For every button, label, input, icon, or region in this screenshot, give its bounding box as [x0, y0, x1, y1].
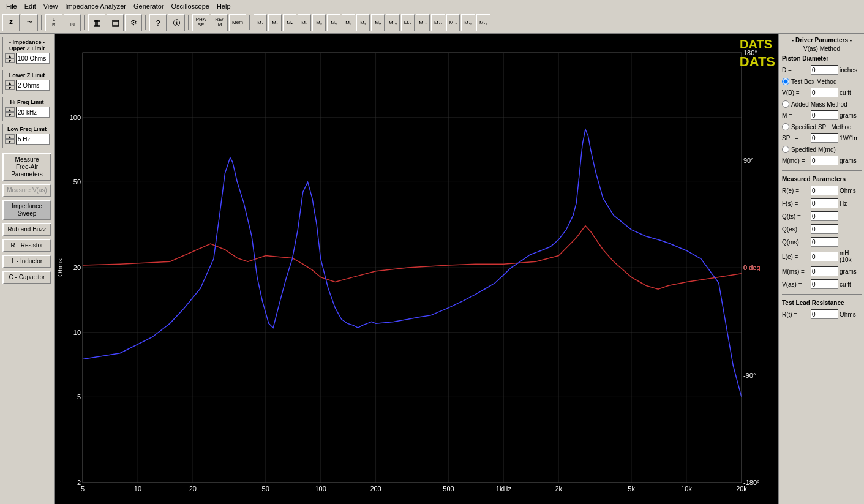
qms-input[interactable] — [811, 237, 838, 247]
mmd-input[interactable] — [811, 156, 838, 165]
spl-method-radio[interactable] — [782, 123, 789, 130]
menu-help[interactable]: Help — [213, 1, 235, 11]
toolbar-m7-btn[interactable]: M₇ — [342, 14, 355, 31]
toolbar-m6-btn[interactable]: M₆ — [327, 14, 340, 31]
toolbar-bar2-btn[interactable]: ▤ — [107, 14, 124, 31]
le-label: L(e) = — [782, 254, 810, 260]
low-freq-up[interactable]: ▲ — [5, 134, 15, 139]
measure-vas-button[interactable]: Measure V(as) — [2, 184, 51, 197]
d-input[interactable] — [811, 65, 838, 75]
mms-input[interactable] — [811, 266, 838, 276]
measure-free-air-button[interactable]: MeasureFree-AirParameters — [2, 153, 51, 181]
toolbar-m16-btn[interactable]: M₁₆ — [476, 14, 490, 31]
menu-view[interactable]: View — [40, 1, 62, 11]
main-content: - Impedance -Upper Z Limit ▲ ▼ Lower Z L… — [0, 34, 864, 504]
impedance-sweep-button[interactable]: ImpedanceSweep — [2, 200, 51, 220]
le-unit: mH (10k — [840, 250, 862, 263]
low-freq-label: Low Freq Limit — [5, 126, 49, 132]
added-mass-radio[interactable] — [782, 100, 789, 108]
toolbar-m5-btn[interactable]: M₅ — [312, 14, 326, 31]
toolbar-lr-btn[interactable]: LR — [45, 14, 62, 31]
toolbar-m11-btn[interactable]: M₁₁ — [401, 14, 415, 31]
re-input[interactable] — [811, 186, 838, 195]
toolbar-help-btn[interactable]: ? — [149, 14, 167, 31]
divider-2 — [782, 294, 862, 295]
toolbar-m12-btn[interactable]: M₁₂ — [416, 14, 430, 31]
l-inductor-button[interactable]: L - Inductor — [2, 255, 51, 268]
lower-z-spinner[interactable]: ▲ ▼ — [5, 80, 15, 90]
toolbar-mem-btn[interactable]: Mem — [229, 14, 246, 31]
upper-z-up[interactable]: ▲ — [5, 53, 15, 58]
r-resistor-button[interactable]: R - Resistor — [2, 239, 51, 252]
low-freq-down[interactable]: ▼ — [5, 139, 15, 144]
toolbar-m4-btn[interactable]: M₄ — [298, 14, 311, 31]
toolbar-z-btn[interactable]: Z — [2, 14, 20, 31]
le-input[interactable] — [811, 252, 838, 261]
toolbar-m9-btn[interactable]: M₉ — [371, 14, 385, 31]
left-sidebar: - Impedance -Upper Z Limit ▲ ▼ Lower Z L… — [0, 34, 55, 504]
toolbar-m3-btn[interactable]: M₃ — [283, 14, 296, 31]
piston-diameter-label: Piston Diameter — [782, 55, 862, 62]
added-mass-label: Added Mass Method — [791, 101, 847, 108]
upper-z-down[interactable]: ▼ — [5, 58, 15, 63]
menu-edit[interactable]: Edit — [21, 1, 40, 11]
spl-input[interactable] — [811, 133, 838, 143]
low-freq-input[interactable] — [16, 134, 50, 145]
test-box-radio[interactable] — [782, 78, 789, 85]
toolbar-m10-btn[interactable]: M₁₀ — [386, 14, 400, 31]
fs-row: F(s) = Hz — [782, 198, 862, 208]
toolbar-in-btn[interactable]: -IN — [64, 14, 81, 31]
toolbar-info-btn[interactable]: 🛈 — [168, 14, 185, 31]
rub-and-buzz-button[interactable]: Rub and Buzz — [2, 223, 51, 236]
qts-input[interactable] — [811, 211, 838, 221]
toolbar-m15-btn[interactable]: M₁₅ — [461, 14, 475, 31]
m-input[interactable] — [811, 110, 838, 120]
toolbar-pha-btn[interactable]: PHASE — [192, 14, 209, 31]
upper-z-input[interactable] — [16, 53, 50, 64]
menu-file[interactable]: File — [2, 1, 21, 11]
low-freq-spinner[interactable]: ▲ ▼ — [5, 134, 15, 144]
c-capacitor-button[interactable]: C - Capacitor — [2, 271, 51, 284]
toolbar: Z 〜 LR -IN ▦ ▤ ⚙ ? 🛈 PHASE RE/IM Mem M₁ … — [0, 12, 864, 34]
toolbar-re-btn[interactable]: RE/IM — [211, 14, 228, 31]
lower-z-row: ▲ ▼ — [5, 80, 49, 91]
toolbar-m1-btn[interactable]: M₁ — [254, 14, 267, 31]
toolbar-wave-btn[interactable]: 〜 — [21, 14, 38, 31]
vas-input[interactable] — [811, 279, 838, 289]
toolbar-m8-btn[interactable]: M₈ — [356, 14, 370, 31]
upper-z-row: ▲ ▼ — [5, 53, 49, 64]
low-freq-row: ▲ ▼ — [5, 134, 49, 145]
chart-wrapper: DATS — [55, 34, 778, 504]
test-box-label: Test Box Method — [791, 78, 836, 85]
vb-input[interactable] — [811, 88, 838, 97]
toolbar-bars-btn[interactable]: ▦ — [88, 14, 105, 31]
toolbar-m14-btn[interactable]: M₁₄ — [446, 14, 460, 31]
lower-z-down[interactable]: ▼ — [5, 85, 15, 90]
lower-z-input[interactable] — [16, 80, 50, 91]
hi-freq-spinner[interactable]: ▲ ▼ — [5, 107, 15, 117]
mmd-method-radio[interactable] — [782, 146, 789, 153]
m-unit: grams — [840, 112, 857, 119]
spl-label: SPL = — [782, 135, 810, 141]
lower-z-label: Lower Z Limit — [5, 72, 49, 78]
rt-input[interactable] — [811, 309, 838, 319]
spl-row: SPL = 1W/1m — [782, 133, 862, 143]
toolbar-settings-btn[interactable]: ⚙ — [125, 14, 142, 31]
mms-label: M(ms) = — [782, 268, 810, 275]
spl-method-row: Specified SPL Method — [782, 123, 862, 130]
driver-params-title: - Driver Parameters - — [782, 37, 862, 43]
hi-freq-down[interactable]: ▼ — [5, 112, 15, 117]
toolbar-m13-btn[interactable]: M₁₃ — [431, 14, 445, 31]
hi-freq-up[interactable]: ▲ — [5, 107, 15, 112]
qes-input[interactable] — [811, 224, 838, 234]
lower-z-up[interactable]: ▲ — [5, 80, 15, 85]
menu-oscilloscope[interactable]: Oscilloscope — [168, 1, 213, 11]
fs-input[interactable] — [811, 198, 838, 208]
menu-impedance-analyzer[interactable]: Impedance Analyzer — [61, 1, 130, 11]
d-row: D = inches — [782, 65, 862, 75]
menu-generator[interactable]: Generator — [130, 1, 168, 11]
divider-1 — [782, 170, 862, 171]
hi-freq-input[interactable] — [16, 107, 50, 118]
toolbar-m2-btn[interactable]: M₂ — [268, 14, 282, 31]
upper-z-spinner[interactable]: ▲ ▼ — [5, 53, 15, 63]
